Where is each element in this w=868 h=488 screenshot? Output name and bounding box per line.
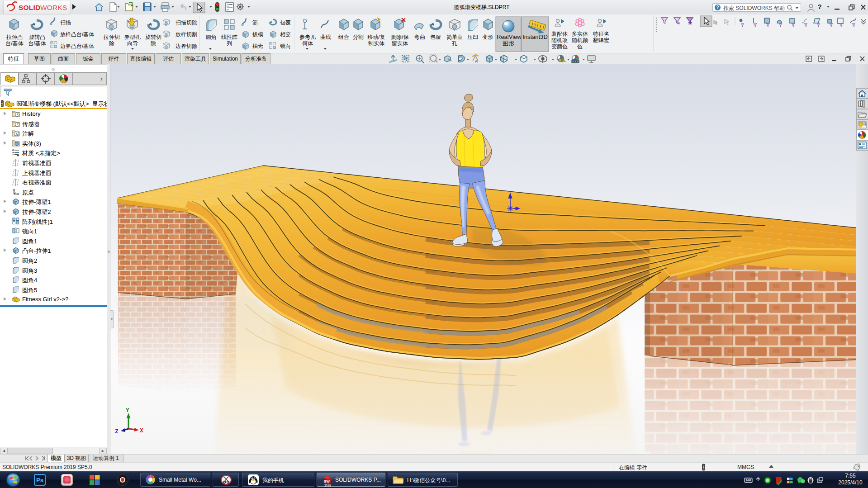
svg-text:A: A bbox=[475, 59, 478, 63]
svg-text:Z: Z bbox=[115, 428, 119, 435]
svg-text:2019: 2019 bbox=[324, 484, 331, 487]
svg-text:WORKS: WORKS bbox=[40, 4, 67, 11]
svg-text:SW: SW bbox=[324, 479, 330, 483]
svg-text:X: X bbox=[140, 427, 143, 434]
svg-text:Y: Y bbox=[126, 407, 129, 414]
svg-text:A: A bbox=[15, 133, 18, 137]
svg-text:SOLID: SOLID bbox=[19, 4, 40, 11]
